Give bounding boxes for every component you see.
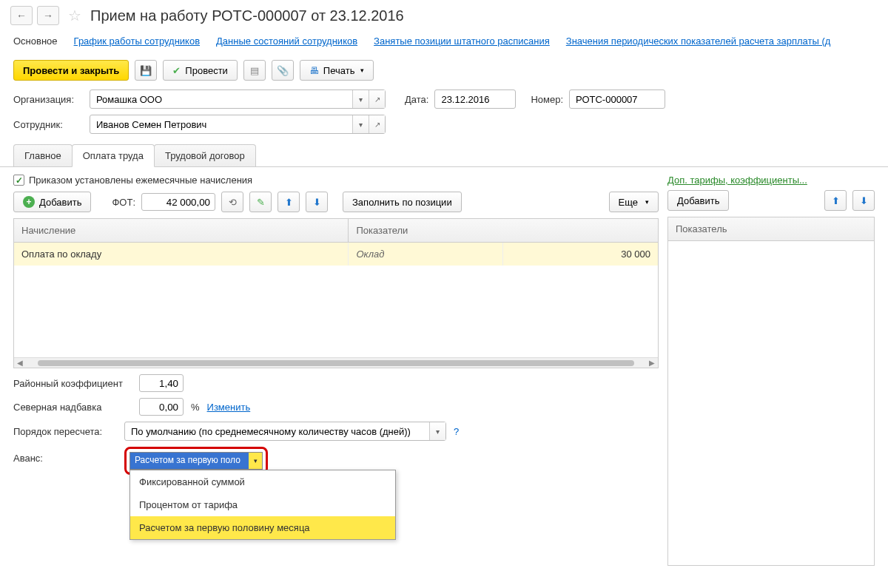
recalc-dropdown-button[interactable]: ▾ xyxy=(429,422,445,440)
tab-main[interactable]: Главное xyxy=(13,144,73,166)
org-input[interactable] xyxy=(90,90,352,108)
employee-dropdown-button[interactable]: ▾ xyxy=(352,115,369,133)
save-icon: 💾 xyxy=(140,65,152,76)
indicators-table: Показатель xyxy=(667,217,875,566)
move-down-button-2[interactable]: ⬇ xyxy=(852,190,875,211)
extra-tariffs-link[interactable]: Доп. тарифы, коэффициенты... xyxy=(667,175,875,186)
cell-accrual: Оплата по окладу xyxy=(14,243,349,266)
document-icon: ▤ xyxy=(250,65,259,76)
number-label: Номер: xyxy=(531,94,563,105)
recalc-input[interactable] xyxy=(125,422,429,440)
scroll-right-icon: ▶ xyxy=(646,359,658,367)
tab-payment[interactable]: Оплата труда xyxy=(72,144,155,167)
nav-main[interactable]: Основное xyxy=(13,36,58,47)
structure-button[interactable]: ▤ xyxy=(243,60,266,81)
save-button[interactable]: 💾 xyxy=(135,60,157,81)
arrow-up-icon: ⬆ xyxy=(285,197,293,208)
accruals-table: Начисление Показатели Оплата по окладу О… xyxy=(13,218,659,368)
advance-dropdown[interactable]: Расчетом за первую поло ▾ xyxy=(130,452,263,470)
percent-label: % xyxy=(191,402,200,413)
forward-button[interactable]: → xyxy=(37,6,59,25)
chevron-down-icon: ▾ xyxy=(249,453,262,469)
add-accrual-button[interactable]: +Добавить xyxy=(13,192,91,212)
col-accrual: Начисление xyxy=(14,219,349,242)
org-open-button[interactable]: ↗ xyxy=(369,90,385,108)
cell-indicator-value: 30 000 xyxy=(503,243,658,266)
district-label: Районный коэффициент xyxy=(13,378,132,389)
scroll-left-icon: ◀ xyxy=(14,359,26,367)
fot-label: ФОТ: xyxy=(112,197,135,208)
employee-label: Сотрудник: xyxy=(13,119,84,130)
advance-option-fixed[interactable]: Фиксированной суммой xyxy=(130,470,395,493)
post-and-close-button[interactable]: Провести и закрыть xyxy=(13,60,129,81)
recalc-label: Порядок пересчета: xyxy=(13,426,117,437)
col-indicators: Показатели xyxy=(349,219,658,242)
nav-schedule[interactable]: График работы сотрудников xyxy=(74,36,200,47)
north-input[interactable] xyxy=(139,398,184,416)
monthly-accruals-checkbox[interactable]: ✓ xyxy=(13,175,24,186)
more-button[interactable]: Еще▾ xyxy=(609,192,659,212)
nav-values[interactable]: Значения периодических показателей расче… xyxy=(566,36,831,47)
district-input[interactable] xyxy=(139,374,184,392)
advance-dropdown-list: Фиксированной суммой Процентом от тарифа… xyxy=(130,470,396,540)
fot-input[interactable] xyxy=(141,193,215,211)
advance-highlight: Расчетом за первую поло ▾ Фиксированной … xyxy=(124,447,268,475)
org-label: Организация: xyxy=(13,94,84,105)
post-icon: ✔ xyxy=(172,65,181,76)
move-down-button[interactable]: ⬇ xyxy=(306,192,328,212)
pencil-icon: ✎ xyxy=(257,197,265,208)
help-icon[interactable]: ? xyxy=(454,426,459,437)
date-label: Дата: xyxy=(405,94,428,105)
cell-indicator-name: Оклад xyxy=(349,243,503,266)
horizontal-scrollbar[interactable]: ◀ ▶ xyxy=(14,357,658,368)
edit-button[interactable]: ✎ xyxy=(249,192,272,212)
number-input[interactable] xyxy=(570,90,706,108)
table-row[interactable]: Оплата по окладу Оклад 30 000 xyxy=(14,243,658,266)
nav-positions[interactable]: Занятые позиции штатного расписания xyxy=(374,36,550,47)
north-label: Северная надбавка xyxy=(13,402,132,413)
advance-label: Аванс: xyxy=(13,447,117,464)
add-indicator-button[interactable]: Добавить xyxy=(667,190,729,211)
advance-option-calc[interactable]: Расчетом за первую половину месяца xyxy=(130,516,395,539)
back-button[interactable]: ← xyxy=(10,6,33,25)
advance-option-percent[interactable]: Процентом от тарифа xyxy=(130,493,395,516)
print-button[interactable]: 🖶Печать▾ xyxy=(300,60,374,81)
attach-button[interactable]: 📎 xyxy=(272,60,294,81)
org-dropdown-button[interactable]: ▾ xyxy=(352,90,369,108)
arrow-up-icon: ⬆ xyxy=(832,195,840,206)
refresh-button[interactable]: ⟲ xyxy=(221,192,243,212)
plus-icon: + xyxy=(23,196,35,208)
move-up-button[interactable]: ⬆ xyxy=(278,192,300,212)
arrow-down-icon: ⬇ xyxy=(313,197,321,208)
print-icon: 🖶 xyxy=(309,65,319,76)
tab-contract[interactable]: Трудовой договор xyxy=(154,144,256,166)
change-link[interactable]: Изменить xyxy=(207,402,251,413)
advance-selected-value: Расчетом за первую поло xyxy=(130,453,249,469)
post-button[interactable]: ✔Провести xyxy=(163,60,238,81)
star-icon[interactable]: ☆ xyxy=(68,7,81,24)
clip-icon: 📎 xyxy=(277,65,289,76)
monthly-accruals-label: Приказом установлены ежемесячные начисле… xyxy=(29,175,252,186)
arrow-down-icon: ⬇ xyxy=(860,195,868,206)
col-indicator: Показатель xyxy=(668,217,874,240)
employee-input[interactable] xyxy=(90,115,352,133)
employee-open-button[interactable]: ↗ xyxy=(369,115,385,133)
fill-by-position-button[interactable]: Заполнить по позиции xyxy=(343,192,462,212)
nav-states[interactable]: Данные состояний сотрудников xyxy=(216,36,357,47)
refresh-icon: ⟲ xyxy=(229,197,237,208)
move-up-button-2[interactable]: ⬆ xyxy=(824,190,847,211)
page-title: Прием на работу РОТС-000007 от 23.12.201… xyxy=(90,7,404,24)
